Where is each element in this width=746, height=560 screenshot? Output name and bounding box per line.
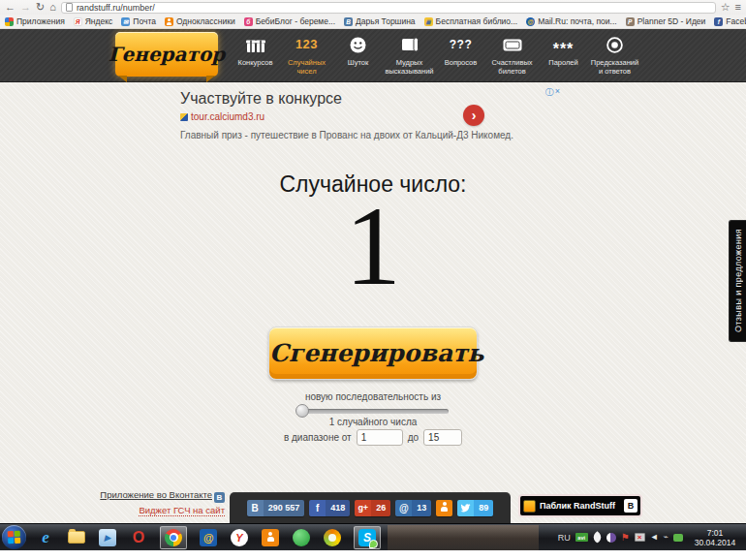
action-center-flag-icon[interactable]: ⚑ <box>621 533 630 543</box>
taskbar-clock[interactable]: 7:01 30.04.2014 <box>688 528 742 547</box>
leaf-tray-icon[interactable] <box>593 533 602 542</box>
folder-icon <box>68 531 85 544</box>
nav-item-lucky-tickets[interactable]: Счастливых билетов <box>486 34 538 76</box>
bookmark-yandex[interactable]: Я Яндекс <box>74 16 113 26</box>
opera-icon[interactable]: O <box>129 528 148 547</box>
odnoklassniki-share-button[interactable] <box>436 500 452 516</box>
googleplus-share-button[interactable]: g+ 26 <box>355 500 390 516</box>
start-button[interactable] <box>2 525 26 549</box>
bookmark-darya[interactable]: В Дарья Торшина <box>344 16 416 26</box>
ad-close-icon[interactable]: × <box>555 86 560 99</box>
facebook-share-button[interactable]: f 418 <box>309 500 350 516</box>
nav-label: Вопросов <box>445 58 478 67</box>
bookmark-star-icon[interactable]: ☆ <box>721 2 730 13</box>
site-nav: Генератор Конкурсов 123 Случайных чисел … <box>0 29 746 82</box>
vk-badge-icon: В <box>624 499 637 513</box>
odnoklassniki-app-icon[interactable] <box>261 528 280 547</box>
power-tray-icon[interactable] <box>673 534 683 542</box>
volume-icon[interactable]: ◄ <box>650 533 659 542</box>
mail-favicon: ✉ <box>121 17 130 26</box>
file-explorer-icon[interactable] <box>67 528 86 547</box>
twitter-share-button[interactable]: 89 <box>457 500 493 516</box>
smiley-icon <box>332 34 384 56</box>
mailru-agent-icon[interactable] <box>292 528 311 547</box>
ad-title[interactable]: Участвуйте в конкурсе <box>180 90 568 108</box>
skype-icon: S <box>358 529 376 546</box>
nav-item-wise-sayings[interactable]: Мудрых высказываний <box>384 34 435 76</box>
sequence-slider[interactable] <box>297 404 449 418</box>
nav-label: Конкурсов <box>238 58 273 67</box>
googleplus-count: 26 <box>371 500 390 516</box>
bookmark-label: Почта <box>133 16 156 26</box>
network-error-icon[interactable]: × <box>635 533 645 542</box>
clock-date: 30.04.2014 <box>688 538 742 547</box>
odnoklassniki-icon <box>436 500 452 516</box>
bookmark-mailru[interactable]: @ Mail.Ru: почта, пои... <box>526 16 617 26</box>
facebook-icon: f <box>309 500 326 516</box>
ad-info-icon[interactable]: ⓘ <box>545 86 554 99</box>
bookmark-pochta[interactable]: ✉ Почта <box>121 16 156 26</box>
range-to-input[interactable] <box>423 429 462 446</box>
nav-menu: Конкурсов 123 Случайных чисел Шуток Мудр… <box>230 34 640 76</box>
page-icon <box>66 3 73 12</box>
nav-item-jokes[interactable]: Шуток <box>332 34 384 76</box>
bebiblog-favicon: б <box>244 17 253 26</box>
back-icon[interactable]: ← <box>5 2 16 13</box>
nav-item-predictions[interactable]: Предсказаний и ответов <box>589 34 640 76</box>
bookmark-planner5d[interactable]: P Planner 5D - Идеи <box>626 16 706 26</box>
bookmark-odnoklassniki[interactable]: Одноклассники <box>165 16 235 26</box>
bookmarks-bar: Приложения Я Яндекс ✉ Почта Одноклассник… <box>0 15 746 29</box>
yandex-browser-icon[interactable]: Y <box>230 528 249 547</box>
bookmark-bebiblog[interactable]: б БебиБлог - береме... <box>244 16 335 26</box>
bookmark-label: Яндекс <box>85 16 113 26</box>
vk-icon: В <box>247 500 264 516</box>
ticket-icon <box>486 34 538 56</box>
ad-link[interactable]: tour.calciumd3.ru <box>191 111 264 122</box>
bookmark-library[interactable]: ≣ Бесплатная библио... <box>424 16 518 26</box>
address-bar[interactable]: randstuff.ru/number/ <box>61 2 716 14</box>
range-to-label: до <box>408 432 419 443</box>
home-icon[interactable]: ⌂ <box>49 2 56 13</box>
codec-tray-icon[interactable]: avi <box>575 533 588 542</box>
connection-icon[interactable]: ⌁ <box>664 533 668 542</box>
feedback-tab[interactable]: Отзывы и предложения <box>729 220 746 342</box>
bookmark-facebook[interactable]: f Facebook <box>714 16 746 26</box>
nav-item-passwords[interactable]: *** Паролей <box>538 34 589 76</box>
reload-icon[interactable]: ↻ <box>36 2 45 13</box>
skype-taskbar-button[interactable]: S <box>354 526 381 549</box>
range-from-input[interactable] <box>357 429 403 446</box>
forward-icon[interactable]: → <box>20 2 31 13</box>
widget-link[interactable]: Виджет ГСЧ на сайт <box>139 505 225 516</box>
disc-tray-icon[interactable] <box>606 533 616 543</box>
chrome-taskbar-button[interactable] <box>160 526 187 549</box>
gifts-icon <box>230 34 281 56</box>
mailru-share-button[interactable]: @ 13 <box>395 500 431 516</box>
footer-links: Приложение во ВконтактеВ Виджет ГСЧ на с… <box>93 487 225 517</box>
nav-item-contests[interactable]: Конкурсов <box>230 34 281 76</box>
media-player-icon[interactable]: ▶ <box>98 528 117 547</box>
ad-arrow-button[interactable]: › <box>463 105 484 126</box>
clock-time: 7:01 <box>688 528 742 538</box>
slider-handle[interactable] <box>295 404 309 418</box>
vk-app-link[interactable]: Приложение во Вконтакте <box>100 489 212 500</box>
comodo-icon[interactable] <box>323 528 342 547</box>
bookmark-apps[interactable]: Приложения <box>5 16 65 26</box>
randstuff-public-button[interactable]: Паблик RandStuff В <box>518 494 642 517</box>
vk-share-button[interactable]: В 290 557 <box>247 500 305 516</box>
generate-button[interactable]: Сгенерировать <box>268 327 478 380</box>
mailru-app-icon[interactable]: @ <box>199 528 218 547</box>
asterisks-icon: *** <box>538 38 589 60</box>
site-logo[interactable]: Генератор <box>115 32 218 77</box>
sequence-label-bottom: 1 случайного числа <box>0 417 746 427</box>
language-indicator[interactable]: RU <box>558 533 571 543</box>
nav-item-random-numbers[interactable]: 123 Случайных чисел <box>281 34 332 76</box>
nav-item-questions[interactable]: ??? Вопросов <box>435 34 486 76</box>
person-icon <box>440 502 449 513</box>
slider-track[interactable] <box>297 409 449 414</box>
yandex-icon: Y <box>231 529 248 546</box>
internet-explorer-icon[interactable]: e <box>36 528 55 547</box>
twitter-count: 89 <box>474 500 493 516</box>
bookmark-label: Одноклассники <box>176 16 235 26</box>
browser-menu-icon[interactable]: ≡ <box>735 2 741 13</box>
facebook-count: 418 <box>326 500 350 516</box>
